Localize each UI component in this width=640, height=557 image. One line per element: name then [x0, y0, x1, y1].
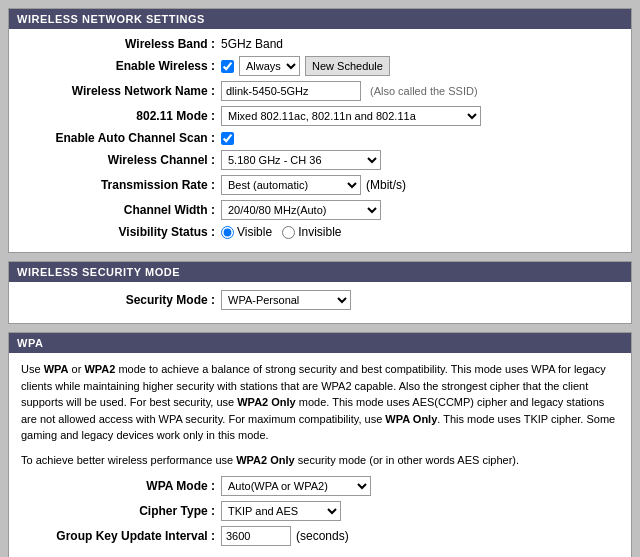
ssid-note: (Also called the SSID) — [370, 85, 478, 97]
visibility-status-row: Visibility Status : Visible Invisible — [21, 225, 619, 239]
cipher-type-row: Cipher Type : TKIP and AES — [21, 501, 619, 521]
security-mode-select[interactable]: WPA-Personal — [221, 290, 351, 310]
auto-channel-label: Enable Auto Channel Scan : — [21, 131, 221, 145]
channel-width-label: Channel Width : — [21, 203, 221, 217]
enable-wireless-label: Enable Wireless : — [21, 59, 221, 73]
transmission-rate-value: Best (automatic) (Mbit/s) — [221, 175, 406, 195]
wpa-mode-row: WPA Mode : Auto(WPA or WPA2) — [21, 476, 619, 496]
visibility-visible-label[interactable]: Visible — [221, 225, 272, 239]
security-mode-label: Security Mode : — [21, 293, 221, 307]
visibility-visible-text: Visible — [237, 225, 272, 239]
wireless-network-name-input[interactable] — [221, 81, 361, 101]
cipher-type-select[interactable]: TKIP and AES — [221, 501, 341, 521]
wireless-channel-value: 5.180 GHz - CH 36 — [221, 150, 381, 170]
enable-wireless-row: Enable Wireless : Always New Schedule — [21, 56, 619, 76]
wpa-description1: Use WPA or WPA2 mode to achieve a balanc… — [21, 361, 619, 444]
visibility-visible-radio[interactable] — [221, 226, 234, 239]
wireless-channel-label: Wireless Channel : — [21, 153, 221, 167]
auto-channel-value — [221, 132, 234, 145]
group-key-row: Group Key Update Interval : (seconds) — [21, 526, 619, 546]
wireless-band-row: Wireless Band : 5GHz Band — [21, 37, 619, 51]
wireless-network-name-label: Wireless Network Name : — [21, 84, 221, 98]
enable-wireless-always-select[interactable]: Always — [239, 56, 300, 76]
wireless-network-settings-section: WIRELESS NETWORK SETTINGS Wireless Band … — [8, 8, 632, 253]
wireless-security-mode-section: WIRELESS SECURITY MODE Security Mode : W… — [8, 261, 632, 324]
visibility-invisible-label[interactable]: Invisible — [282, 225, 341, 239]
auto-channel-checkbox[interactable] — [221, 132, 234, 145]
wireless-security-mode-body: Security Mode : WPA-Personal — [9, 282, 631, 323]
visibility-invisible-text: Invisible — [298, 225, 341, 239]
wireless-band-label: Wireless Band : — [21, 37, 221, 51]
wireless-network-settings-header: WIRELESS NETWORK SETTINGS — [9, 9, 631, 29]
wpa-mode-value: Auto(WPA or WPA2) — [221, 476, 371, 496]
wireless-network-name-row: Wireless Network Name : (Also called the… — [21, 81, 619, 101]
cipher-type-label: Cipher Type : — [21, 504, 221, 518]
wireless-network-name-value: (Also called the SSID) — [221, 81, 478, 101]
enable-wireless-checkbox[interactable] — [221, 60, 234, 73]
wpa-mode-select[interactable]: Auto(WPA or WPA2) — [221, 476, 371, 496]
802-mode-value: Mixed 802.11ac, 802.11n and 802.11a — [221, 106, 481, 126]
channel-width-select[interactable]: 20/40/80 MHz(Auto) — [221, 200, 381, 220]
wireless-band-value: 5GHz Band — [221, 37, 283, 51]
channel-width-row: Channel Width : 20/40/80 MHz(Auto) — [21, 200, 619, 220]
group-key-input[interactable] — [221, 526, 291, 546]
group-key-unit: (seconds) — [296, 529, 349, 543]
wireless-security-mode-header: WIRELESS SECURITY MODE — [9, 262, 631, 282]
visibility-status-label: Visibility Status : — [21, 225, 221, 239]
visibility-status-value: Visible Invisible — [221, 225, 342, 239]
page-wrapper: WIRELESS NETWORK SETTINGS Wireless Band … — [0, 0, 640, 557]
802-mode-select[interactable]: Mixed 802.11ac, 802.11n and 802.11a — [221, 106, 481, 126]
wireless-network-settings-body: Wireless Band : 5GHz Band Enable Wireles… — [9, 29, 631, 252]
transmission-rate-select[interactable]: Best (automatic) — [221, 175, 361, 195]
wireless-channel-row: Wireless Channel : 5.180 GHz - CH 36 — [21, 150, 619, 170]
new-schedule-button[interactable]: New Schedule — [305, 56, 390, 76]
wireless-band-text: 5GHz Band — [221, 37, 283, 51]
wireless-channel-select[interactable]: 5.180 GHz - CH 36 — [221, 150, 381, 170]
channel-width-value: 20/40/80 MHz(Auto) — [221, 200, 381, 220]
transmission-rate-label: Transmission Rate : — [21, 178, 221, 192]
802-mode-label: 802.11 Mode : — [21, 109, 221, 123]
transmission-rate-row: Transmission Rate : Best (automatic) (Mb… — [21, 175, 619, 195]
wpa-description2: To achieve better wireless performance u… — [21, 452, 619, 469]
cipher-type-value: TKIP and AES — [221, 501, 341, 521]
wpa-mode-label: WPA Mode : — [21, 479, 221, 493]
wpa-header: WPA — [9, 333, 631, 353]
wpa-body: Use WPA or WPA2 mode to achieve a balanc… — [9, 353, 631, 557]
security-mode-value: WPA-Personal — [221, 290, 351, 310]
transmission-rate-unit: (Mbit/s) — [366, 178, 406, 192]
group-key-label: Group Key Update Interval : — [21, 529, 221, 543]
visibility-radio-group: Visible Invisible — [221, 225, 342, 239]
wpa-section: WPA Use WPA or WPA2 mode to achieve a ba… — [8, 332, 632, 557]
802-mode-row: 802.11 Mode : Mixed 802.11ac, 802.11n an… — [21, 106, 619, 126]
enable-wireless-value: Always New Schedule — [221, 56, 390, 76]
group-key-value: (seconds) — [221, 526, 349, 546]
auto-channel-row: Enable Auto Channel Scan : — [21, 131, 619, 145]
visibility-invisible-radio[interactable] — [282, 226, 295, 239]
security-mode-row: Security Mode : WPA-Personal — [21, 290, 619, 310]
